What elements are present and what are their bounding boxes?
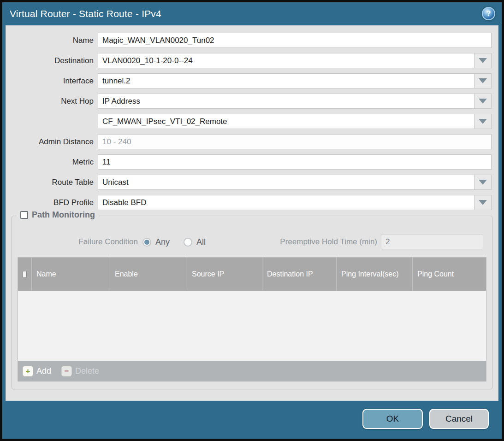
next-hop-address-row xyxy=(6,114,492,129)
chevron-down-icon xyxy=(479,58,487,63)
column-header-enable[interactable]: Enable xyxy=(110,258,187,291)
admin-distance-row: Admin Distance xyxy=(6,134,492,149)
route-table-input[interactable] xyxy=(98,175,474,190)
chevron-down-icon xyxy=(479,99,487,104)
column-header-ping-interval[interactable]: Ping Interval(sec) xyxy=(337,258,413,291)
column-header-name[interactable]: Name xyxy=(32,258,110,291)
next-hop-label: Next Hop xyxy=(6,97,98,106)
hold-time-label: Preemptive Hold Time (min) xyxy=(280,237,381,247)
destination-input[interactable] xyxy=(98,53,474,68)
dialog-titlebar: Virtual Router - Static Route - IPv4 ? xyxy=(2,2,502,25)
select-all-cell xyxy=(18,258,32,291)
interface-dropdown-button[interactable] xyxy=(474,73,492,88)
add-button[interactable]: + Add xyxy=(23,366,51,376)
plus-icon: + xyxy=(23,366,33,376)
path-monitoring-title: Path Monitoring xyxy=(32,210,95,220)
failure-condition-row: Failure Condition Any All Preemptive Hol… xyxy=(12,235,492,249)
chevron-down-icon xyxy=(479,119,487,124)
admin-distance-input[interactable] xyxy=(98,134,492,149)
name-input[interactable] xyxy=(98,33,492,48)
static-route-form: Name Destination Interface xyxy=(6,26,498,210)
failure-condition-any-radio[interactable]: Any xyxy=(142,237,170,247)
destination-dropdown-button[interactable] xyxy=(474,53,492,68)
destination-label: Destination xyxy=(6,56,98,65)
path-monitoring-checkbox[interactable] xyxy=(20,211,28,219)
route-table-label: Route Table xyxy=(6,178,98,187)
next-hop-address-input[interactable] xyxy=(98,114,474,129)
select-all-checkbox[interactable] xyxy=(23,271,27,278)
metric-input[interactable] xyxy=(98,154,492,170)
bfd-profile-row: BFD Profile xyxy=(6,195,492,210)
table-header-row: Name Enable Source IP Destination IP Pin… xyxy=(18,258,486,291)
destination-row: Destination xyxy=(6,53,492,68)
delete-button-label: Delete xyxy=(75,366,99,376)
chevron-down-icon xyxy=(479,200,487,205)
interface-label: Interface xyxy=(6,76,98,86)
column-header-source-ip[interactable]: Source IP xyxy=(187,258,262,291)
chevron-down-icon xyxy=(479,180,487,185)
path-monitoring-section: Path Monitoring Failure Condition Any Al… xyxy=(12,216,492,389)
name-label: Name xyxy=(6,36,98,45)
route-table-dropdown-button[interactable] xyxy=(474,175,492,190)
ok-button[interactable]: OK xyxy=(362,409,423,429)
bfd-profile-input[interactable] xyxy=(98,195,474,210)
bfd-profile-dropdown-button[interactable] xyxy=(474,195,492,210)
next-hop-type-input[interactable] xyxy=(98,94,474,109)
table-toolbar: + Add − Delete xyxy=(18,361,486,381)
cancel-button[interactable]: Cancel xyxy=(429,409,489,429)
admin-distance-label: Admin Distance xyxy=(6,137,98,147)
add-button-label: Add xyxy=(36,366,51,376)
radio-unselected-icon xyxy=(184,238,192,247)
delete-button[interactable]: − Delete xyxy=(61,366,99,376)
radio-all-label: All xyxy=(196,237,206,247)
bfd-profile-label: BFD Profile xyxy=(6,198,98,207)
name-row: Name xyxy=(6,33,492,48)
interface-row: Interface xyxy=(6,73,492,88)
minus-icon: − xyxy=(61,366,72,376)
path-monitoring-table: Name Enable Source IP Destination IP Pin… xyxy=(18,257,486,382)
failure-condition-all-radio[interactable]: All xyxy=(184,237,206,247)
next-hop-dropdown-button[interactable] xyxy=(474,94,492,109)
column-header-ping-count[interactable]: Ping Count xyxy=(413,258,486,291)
next-hop-address-dropdown-button[interactable] xyxy=(474,114,492,129)
metric-row: Metric xyxy=(6,154,492,170)
interface-input[interactable] xyxy=(98,73,474,88)
metric-label: Metric xyxy=(6,158,98,167)
route-table-row: Route Table xyxy=(6,175,492,190)
help-icon[interactable]: ? xyxy=(482,7,495,20)
dialog-body: Name Destination Interface xyxy=(6,25,498,401)
static-route-dialog: Virtual Router - Static Route - IPv4 ? N… xyxy=(0,0,504,441)
column-header-destination-ip[interactable]: Destination IP xyxy=(262,258,337,291)
table-body-empty xyxy=(18,291,486,361)
radio-selected-icon xyxy=(142,238,151,247)
dialog-footer: OK Cancel xyxy=(2,399,502,439)
failure-condition-label: Failure Condition xyxy=(12,237,142,247)
dialog-title: Virtual Router - Static Route - IPv4 xyxy=(2,8,161,19)
path-monitoring-legend: Path Monitoring xyxy=(17,210,99,220)
next-hop-row: Next Hop xyxy=(6,94,492,109)
chevron-down-icon xyxy=(479,78,487,83)
radio-any-label: Any xyxy=(155,237,170,247)
hold-time-input[interactable] xyxy=(381,235,483,249)
